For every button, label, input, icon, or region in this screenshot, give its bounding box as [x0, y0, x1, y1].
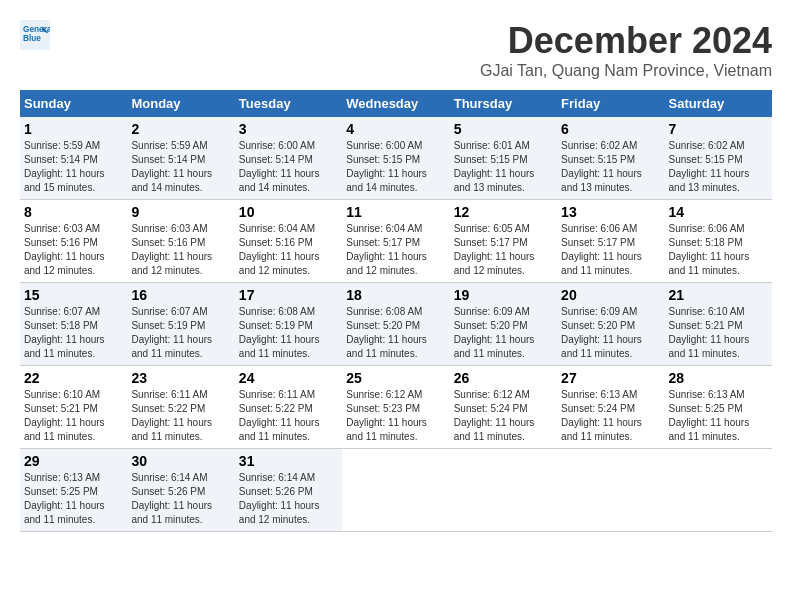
calendar-cell: 11 Sunrise: 6:04 AM Sunset: 5:17 PM Dayl…	[342, 200, 449, 283]
calendar-cell: 31 Sunrise: 6:14 AM Sunset: 5:26 PM Dayl…	[235, 449, 342, 532]
day-number: 12	[454, 204, 553, 220]
calendar-table: SundayMondayTuesdayWednesdayThursdayFrid…	[20, 90, 772, 532]
calendar-cell: 4 Sunrise: 6:00 AM Sunset: 5:15 PM Dayli…	[342, 117, 449, 200]
day-number: 5	[454, 121, 553, 137]
day-number: 19	[454, 287, 553, 303]
page-header: General Blue December 2024 GJai Tan, Qua…	[20, 20, 772, 80]
day-info: Sunrise: 6:11 AM Sunset: 5:22 PM Dayligh…	[131, 388, 230, 444]
day-number: 2	[131, 121, 230, 137]
calendar-cell	[342, 449, 449, 532]
day-number: 16	[131, 287, 230, 303]
calendar-cell: 10 Sunrise: 6:04 AM Sunset: 5:16 PM Dayl…	[235, 200, 342, 283]
day-info: Sunrise: 6:08 AM Sunset: 5:19 PM Dayligh…	[239, 305, 338, 361]
day-info: Sunrise: 5:59 AM Sunset: 5:14 PM Dayligh…	[131, 139, 230, 195]
day-info: Sunrise: 6:03 AM Sunset: 5:16 PM Dayligh…	[24, 222, 123, 278]
day-number: 7	[669, 121, 768, 137]
calendar-cell: 28 Sunrise: 6:13 AM Sunset: 5:25 PM Dayl…	[665, 366, 772, 449]
logo-icon: General Blue	[20, 20, 50, 50]
day-number: 9	[131, 204, 230, 220]
day-number: 4	[346, 121, 445, 137]
day-number: 10	[239, 204, 338, 220]
calendar-cell: 27 Sunrise: 6:13 AM Sunset: 5:24 PM Dayl…	[557, 366, 664, 449]
day-info: Sunrise: 6:06 AM Sunset: 5:18 PM Dayligh…	[669, 222, 768, 278]
day-info: Sunrise: 6:05 AM Sunset: 5:17 PM Dayligh…	[454, 222, 553, 278]
svg-text:General: General	[23, 25, 50, 34]
day-info: Sunrise: 6:00 AM Sunset: 5:14 PM Dayligh…	[239, 139, 338, 195]
calendar-cell: 24 Sunrise: 6:11 AM Sunset: 5:22 PM Dayl…	[235, 366, 342, 449]
day-info: Sunrise: 6:14 AM Sunset: 5:26 PM Dayligh…	[131, 471, 230, 527]
day-number: 20	[561, 287, 660, 303]
weekday-header: Thursday	[450, 90, 557, 117]
day-number: 6	[561, 121, 660, 137]
day-info: Sunrise: 6:02 AM Sunset: 5:15 PM Dayligh…	[669, 139, 768, 195]
day-number: 18	[346, 287, 445, 303]
title-area: December 2024 GJai Tan, Quang Nam Provin…	[480, 20, 772, 80]
calendar-cell: 7 Sunrise: 6:02 AM Sunset: 5:15 PM Dayli…	[665, 117, 772, 200]
day-info: Sunrise: 6:06 AM Sunset: 5:17 PM Dayligh…	[561, 222, 660, 278]
calendar-week-row: 15 Sunrise: 6:07 AM Sunset: 5:18 PM Dayl…	[20, 283, 772, 366]
day-number: 25	[346, 370, 445, 386]
day-number: 27	[561, 370, 660, 386]
day-number: 29	[24, 453, 123, 469]
calendar-cell: 26 Sunrise: 6:12 AM Sunset: 5:24 PM Dayl…	[450, 366, 557, 449]
weekday-header: Monday	[127, 90, 234, 117]
day-info: Sunrise: 6:14 AM Sunset: 5:26 PM Dayligh…	[239, 471, 338, 527]
day-number: 17	[239, 287, 338, 303]
day-info: Sunrise: 6:07 AM Sunset: 5:18 PM Dayligh…	[24, 305, 123, 361]
day-info: Sunrise: 5:59 AM Sunset: 5:14 PM Dayligh…	[24, 139, 123, 195]
day-info: Sunrise: 6:10 AM Sunset: 5:21 PM Dayligh…	[669, 305, 768, 361]
weekday-header: Saturday	[665, 90, 772, 117]
calendar-cell: 18 Sunrise: 6:08 AM Sunset: 5:20 PM Dayl…	[342, 283, 449, 366]
weekday-header: Tuesday	[235, 90, 342, 117]
weekday-header: Friday	[557, 90, 664, 117]
calendar-cell: 23 Sunrise: 6:11 AM Sunset: 5:22 PM Dayl…	[127, 366, 234, 449]
location-title: GJai Tan, Quang Nam Province, Vietnam	[480, 62, 772, 80]
day-info: Sunrise: 6:02 AM Sunset: 5:15 PM Dayligh…	[561, 139, 660, 195]
day-info: Sunrise: 6:10 AM Sunset: 5:21 PM Dayligh…	[24, 388, 123, 444]
day-number: 3	[239, 121, 338, 137]
day-number: 8	[24, 204, 123, 220]
day-number: 23	[131, 370, 230, 386]
day-number: 13	[561, 204, 660, 220]
day-number: 31	[239, 453, 338, 469]
calendar-cell: 20 Sunrise: 6:09 AM Sunset: 5:20 PM Dayl…	[557, 283, 664, 366]
day-number: 22	[24, 370, 123, 386]
weekday-header-row: SundayMondayTuesdayWednesdayThursdayFrid…	[20, 90, 772, 117]
calendar-cell: 17 Sunrise: 6:08 AM Sunset: 5:19 PM Dayl…	[235, 283, 342, 366]
calendar-cell: 9 Sunrise: 6:03 AM Sunset: 5:16 PM Dayli…	[127, 200, 234, 283]
calendar-cell: 15 Sunrise: 6:07 AM Sunset: 5:18 PM Dayl…	[20, 283, 127, 366]
calendar-cell	[665, 449, 772, 532]
calendar-cell: 2 Sunrise: 5:59 AM Sunset: 5:14 PM Dayli…	[127, 117, 234, 200]
day-info: Sunrise: 6:13 AM Sunset: 5:25 PM Dayligh…	[24, 471, 123, 527]
calendar-cell: 19 Sunrise: 6:09 AM Sunset: 5:20 PM Dayl…	[450, 283, 557, 366]
day-info: Sunrise: 6:08 AM Sunset: 5:20 PM Dayligh…	[346, 305, 445, 361]
calendar-cell	[450, 449, 557, 532]
day-info: Sunrise: 6:11 AM Sunset: 5:22 PM Dayligh…	[239, 388, 338, 444]
calendar-cell: 12 Sunrise: 6:05 AM Sunset: 5:17 PM Dayl…	[450, 200, 557, 283]
weekday-header: Sunday	[20, 90, 127, 117]
calendar-cell: 25 Sunrise: 6:12 AM Sunset: 5:23 PM Dayl…	[342, 366, 449, 449]
day-info: Sunrise: 6:09 AM Sunset: 5:20 PM Dayligh…	[561, 305, 660, 361]
calendar-cell: 14 Sunrise: 6:06 AM Sunset: 5:18 PM Dayl…	[665, 200, 772, 283]
day-info: Sunrise: 6:09 AM Sunset: 5:20 PM Dayligh…	[454, 305, 553, 361]
calendar-week-row: 29 Sunrise: 6:13 AM Sunset: 5:25 PM Dayl…	[20, 449, 772, 532]
calendar-cell: 29 Sunrise: 6:13 AM Sunset: 5:25 PM Dayl…	[20, 449, 127, 532]
day-info: Sunrise: 6:04 AM Sunset: 5:17 PM Dayligh…	[346, 222, 445, 278]
calendar-cell: 30 Sunrise: 6:14 AM Sunset: 5:26 PM Dayl…	[127, 449, 234, 532]
month-title: December 2024	[480, 20, 772, 62]
calendar-cell: 5 Sunrise: 6:01 AM Sunset: 5:15 PM Dayli…	[450, 117, 557, 200]
day-number: 26	[454, 370, 553, 386]
weekday-header: Wednesday	[342, 90, 449, 117]
day-info: Sunrise: 6:13 AM Sunset: 5:25 PM Dayligh…	[669, 388, 768, 444]
day-number: 11	[346, 204, 445, 220]
day-number: 14	[669, 204, 768, 220]
day-info: Sunrise: 6:07 AM Sunset: 5:19 PM Dayligh…	[131, 305, 230, 361]
day-info: Sunrise: 6:00 AM Sunset: 5:15 PM Dayligh…	[346, 139, 445, 195]
day-number: 21	[669, 287, 768, 303]
day-info: Sunrise: 6:13 AM Sunset: 5:24 PM Dayligh…	[561, 388, 660, 444]
calendar-week-row: 1 Sunrise: 5:59 AM Sunset: 5:14 PM Dayli…	[20, 117, 772, 200]
day-number: 24	[239, 370, 338, 386]
day-number: 1	[24, 121, 123, 137]
day-info: Sunrise: 6:03 AM Sunset: 5:16 PM Dayligh…	[131, 222, 230, 278]
calendar-cell: 16 Sunrise: 6:07 AM Sunset: 5:19 PM Dayl…	[127, 283, 234, 366]
